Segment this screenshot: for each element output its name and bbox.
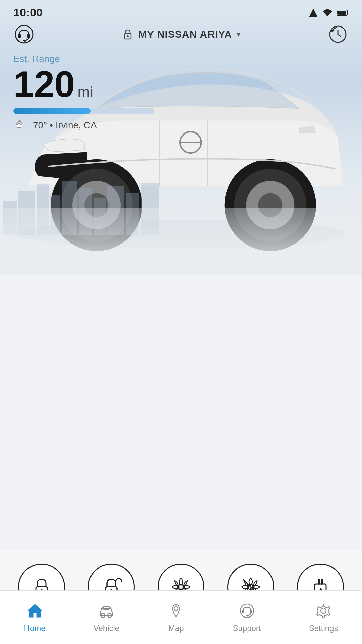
header-bar: MY NISSAN ARIYA ▾ <box>0 23 362 45</box>
settings-icon <box>315 602 332 621</box>
nav-map-label: Map <box>168 624 184 633</box>
signal-icon <box>308 8 318 18</box>
est-range-label: Est. Range <box>13 54 154 64</box>
lock-icon <box>122 28 134 40</box>
bottom-nav: Home Vehicle Map <box>0 590 362 644</box>
nav-map[interactable]: Map <box>161 599 191 636</box>
svg-rect-2 <box>347 11 348 14</box>
svg-point-65 <box>246 615 249 616</box>
nav-settings[interactable]: Settings <box>302 599 345 636</box>
nav-home-label: Home <box>24 624 46 633</box>
nav-vehicle-label: Vehicle <box>94 624 119 633</box>
svg-point-30 <box>23 40 26 42</box>
weather-row: 70° • Irvine, CA <box>13 119 154 131</box>
nav-settings-label: Settings <box>309 624 338 633</box>
status-time: 10:00 <box>13 6 43 19</box>
nav-support-label: Support <box>233 624 261 633</box>
info-section: Est. Range 120 mi 70° • Irvine, CA <box>13 54 154 131</box>
vehicle-icon <box>98 602 115 621</box>
svg-marker-0 <box>309 8 318 17</box>
svg-rect-63 <box>242 610 244 613</box>
vehicle-name: MY NISSAN ARIYA <box>138 29 232 40</box>
home-icon <box>26 602 44 621</box>
nav-vehicle[interactable]: Vehicle <box>87 599 126 636</box>
status-bar: 10:00 <box>0 0 362 22</box>
wifi-icon <box>322 8 333 18</box>
battery-icon <box>337 9 349 16</box>
history-button[interactable] <box>327 23 349 45</box>
vehicle-title-group[interactable]: MY NISSAN ARIYA ▾ <box>122 28 240 40</box>
ground-reflection <box>0 208 362 275</box>
history-icon <box>328 25 347 44</box>
range-value: 120 <box>13 66 75 103</box>
svg-point-32 <box>127 35 129 37</box>
weather-icon <box>13 119 28 131</box>
weather-text: 70° • Irvine, CA <box>33 120 97 131</box>
map-icon <box>167 602 185 621</box>
svg-point-49 <box>320 587 321 587</box>
svg-point-66 <box>321 608 326 613</box>
nav-home[interactable]: Home <box>17 599 52 636</box>
status-icons <box>308 8 349 18</box>
range-unit: mi <box>78 84 93 100</box>
range-bar-fill <box>13 108 91 114</box>
chevron-down-icon: ▾ <box>237 30 240 39</box>
svg-point-61 <box>174 607 178 611</box>
range-bar <box>13 108 154 114</box>
headset-icon <box>15 25 34 44</box>
support-icon-button[interactable] <box>13 23 35 45</box>
support-nav-icon <box>238 602 256 621</box>
hero-section: MY NISSAN ARIYA ▾ Est. Range 120 mi <box>0 0 362 275</box>
svg-rect-28 <box>18 34 21 38</box>
svg-rect-3 <box>337 11 346 15</box>
nav-support[interactable]: Support <box>226 599 267 636</box>
